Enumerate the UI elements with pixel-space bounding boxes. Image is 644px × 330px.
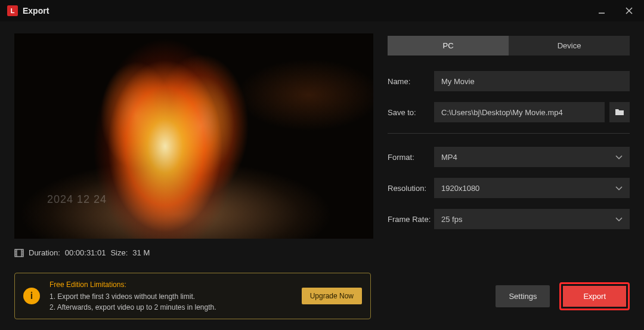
duration-label: Duration: bbox=[29, 248, 60, 257]
preview-meta: Duration: 00:00:31:01 Size: 31 M bbox=[14, 248, 373, 257]
chevron-down-icon bbox=[615, 153, 623, 162]
film-icon bbox=[14, 249, 24, 257]
info-icon: i bbox=[23, 288, 40, 304]
resolution-select[interactable]: 1920x1080 bbox=[434, 178, 630, 198]
name-input[interactable] bbox=[434, 71, 630, 91]
resolution-label: Resolution: bbox=[388, 184, 434, 193]
folder-icon bbox=[615, 108, 624, 116]
divider bbox=[388, 133, 630, 134]
framerate-value: 25 fps bbox=[441, 215, 462, 224]
saveto-input[interactable] bbox=[434, 102, 605, 122]
format-select[interactable]: MP4 bbox=[434, 147, 630, 167]
settings-button[interactable]: Settings bbox=[496, 285, 550, 307]
minimize-button[interactable] bbox=[594, 4, 609, 17]
format-value: MP4 bbox=[441, 153, 457, 162]
browse-button[interactable] bbox=[609, 102, 630, 122]
export-tabs: PC Device bbox=[388, 36, 630, 55]
size-value: 31 M bbox=[132, 248, 150, 257]
window-title: Export bbox=[23, 6, 49, 16]
app-icon: L bbox=[7, 5, 18, 16]
resolution-value: 1920x1080 bbox=[441, 184, 479, 193]
limitations-line1: 1. Export the first 3 videos without len… bbox=[49, 291, 292, 302]
limitations-title: Free Edition Limitations: bbox=[49, 279, 292, 290]
chevron-down-icon bbox=[615, 215, 623, 224]
limitations-line2: 2. Afterwards, export video up to 2 minu… bbox=[49, 302, 292, 313]
format-label: Format: bbox=[388, 153, 434, 162]
limitations-notice: i Free Edition Limitations: 1. Export th… bbox=[14, 273, 371, 319]
saveto-label: Save to: bbox=[388, 108, 434, 117]
export-button[interactable]: Export bbox=[563, 286, 626, 307]
close-button[interactable] bbox=[621, 4, 637, 17]
duration-value: 00:00:31:01 bbox=[65, 248, 106, 257]
preview-watermark: 2024 12 24 bbox=[47, 193, 107, 206]
preview-image bbox=[14, 33, 373, 239]
chevron-down-icon bbox=[615, 184, 623, 193]
export-button-highlight: Export bbox=[559, 282, 630, 310]
tab-device[interactable]: Device bbox=[509, 36, 630, 55]
tab-pc[interactable]: PC bbox=[388, 36, 509, 55]
framerate-select[interactable]: 25 fps bbox=[434, 209, 630, 229]
titlebar: L Export bbox=[0, 0, 644, 21]
video-preview: 2024 12 24 bbox=[14, 33, 373, 239]
framerate-label: Frame Rate: bbox=[388, 215, 434, 224]
name-label: Name: bbox=[388, 77, 434, 86]
size-label: Size: bbox=[110, 248, 128, 257]
upgrade-button[interactable]: Upgrade Now bbox=[302, 288, 362, 304]
